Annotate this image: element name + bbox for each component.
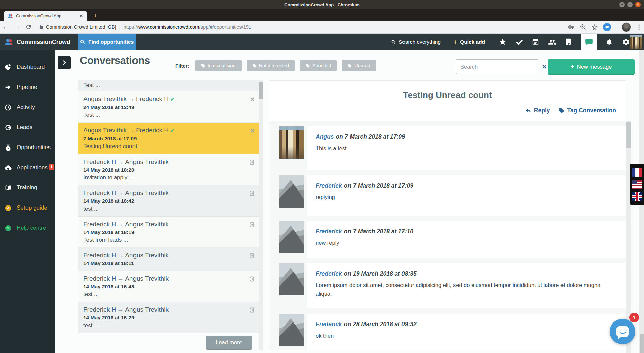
filter-unread[interactable]: Unread [342,60,376,71]
svg-text:$: $ [7,147,9,150]
sidebar-item-training[interactable]: Training [0,178,55,198]
message-body: new reply [316,239,617,247]
security-label[interactable]: Commission Crowd Limited [GB] [46,24,116,30]
thread-header: Testing Unread count Reply Tag Conversat… [269,81,626,121]
sidebar-item-setup-guide[interactable]: Setup guide [0,198,55,218]
chat-bubble-icon [585,38,593,46]
video-extension-icon[interactable] [603,23,611,31]
reply-button[interactable]: Reply [525,107,550,114]
message: Anguson 7 March 2018 at 17:09 This is a … [279,126,626,170]
sidebar-item-help-centre[interactable]: ? Help centre [0,218,55,238]
notifications-bell-icon[interactable] [605,38,613,46]
tag-icon [201,64,205,68]
leave-conversation-icon[interactable] [248,252,255,259]
leave-conversation-icon[interactable] [248,276,255,282]
window-close-button[interactable]: ✕ [635,2,641,7]
calendar-icon[interactable] [532,38,540,46]
list-item[interactable]: Frederick H→Angus Trevithik 14 May 2018 … [78,248,259,271]
sidebar-collapse-button[interactable] [58,56,71,69]
sidebar-item-applications[interactable]: Applications 1 [0,158,55,178]
load-more-button[interactable]: Load more [206,336,252,349]
forward-icon[interactable]: → [11,23,23,31]
filter-not-interested[interactable]: Not interested [247,60,295,71]
tag-conversation-button[interactable]: Tag Conversation [558,107,616,114]
list-item-selected[interactable]: Angus Trevithik→Frederick H✔ 7 March 201… [78,123,259,154]
list-item[interactable]: Frederick H→Angus Trevithik 14 May 2018 … [78,154,259,185]
conversation-list: Test ... Angus Trevithik→Frederick H✔ 24… [78,80,259,350]
window-minimize-button[interactable]: – [619,2,625,7]
user-avatar[interactable] [630,35,642,49]
sidebar-item-dashboard[interactable]: Dashboard [0,57,55,77]
new-message-button[interactable]: + New message [548,59,635,74]
tab-title: CommissionCrowd App [16,13,76,18]
flag-uk[interactable] [632,192,642,201]
language-switcher [630,164,644,205]
search-icon [391,40,396,45]
commissioncrowd-logo-icon [4,37,14,47]
sidebar-item-pipeline[interactable]: Pipeline [0,77,55,97]
message: Frederickon 7 March 2018 at 17:09 replyi… [279,175,626,216]
list-item[interactable]: Frederick H→Angus Trevithik 14 May 2018 … [78,302,259,333]
sidebar-item-activity[interactable]: Activity [0,97,55,117]
filter-bar: Filter: In discussion Not interested Sho… [175,59,376,72]
notes-document-icon[interactable] [565,38,573,46]
address-bar[interactable]: https://www.commissioncrowd.com/app/#/op… [123,24,251,30]
back-icon[interactable]: ← [0,23,11,31]
flag-usa[interactable] [632,180,642,189]
reload-icon[interactable] [23,24,34,30]
list-item[interactable]: Frederick H→Angus Trevithik 14 May 2018 … [78,217,259,248]
message-author[interactable]: Frederick [316,270,342,277]
message-author[interactable]: Angus [316,133,334,140]
list-item-partial[interactable]: Test ... [78,80,259,91]
intercom-chat-button[interactable] [610,319,635,344]
close-conversation-icon[interactable]: × [250,96,255,103]
list-item[interactable]: Angus Trevithik→Frederick H✔ 24 May 2018… [78,91,259,123]
find-opportunities-button[interactable]: Find opportunities [78,34,136,50]
list-scrollbar-thumb[interactable] [259,82,263,99]
search-input[interactable] [456,64,538,70]
window-maximize-button[interactable]: ▫ [627,2,633,7]
message-author[interactable]: Frederick [316,228,342,235]
favorites-star-icon[interactable] [499,38,507,46]
brand-logo[interactable]: CommissionCrowd [4,34,70,50]
key-icon[interactable] [568,24,575,31]
quick-add-button[interactable]: + Quick add [453,34,485,50]
zoom-icon[interactable] [580,24,586,31]
window-scrollbar-thumb[interactable] [640,334,644,353]
browser-tab[interactable]: CommissionCrowd App × [4,11,87,21]
leave-conversation-icon[interactable] [248,190,255,197]
bookmark-star-icon[interactable] [591,24,598,31]
flag-france[interactable] [632,168,642,177]
leave-conversation-icon[interactable] [248,221,255,228]
message-author[interactable]: Frederick [316,182,342,189]
close-conversation-icon[interactable]: × [250,127,255,134]
intercom-smile-icon [616,326,629,337]
settings-gear-icon[interactable] [622,38,630,46]
thread-scrollbar-thumb[interactable] [626,122,631,148]
lock-icon[interactable] [39,24,44,30]
search-everything-button[interactable]: Search everything [391,34,441,50]
browser-menu-icon[interactable]: ⋮ [636,23,641,31]
list-scrollbar[interactable] [259,80,263,350]
filter-in-discussion[interactable]: In discussion [195,60,241,71]
contacts-people-icon[interactable] [548,38,556,46]
favicon-people-icon [7,13,13,19]
sidebar-item-opportunities[interactable]: $ Opportunities [0,137,55,158]
tab-close-icon[interactable]: × [78,13,84,19]
list-item[interactable]: Frederick H→Angus Trevithik 14 May 2018 … [78,185,259,217]
filter-short-list[interactable]: Short list [300,60,337,71]
browser-profile-avatar[interactable] [622,22,631,32]
leave-conversation-icon[interactable] [248,307,255,313]
tasks-check-icon[interactable] [515,38,523,46]
message-author[interactable]: Frederick [316,321,342,328]
new-tab-button[interactable]: + [91,13,99,20]
leave-conversation-icon[interactable] [248,159,255,166]
pipeline-arrow-icon [5,84,12,91]
messages-tab-active[interactable] [581,34,597,50]
leads-icon [5,124,12,131]
list-item-preview: test ... [83,205,247,213]
list-item-preview: Invitation to apply ... [83,174,247,182]
sidebar-item-leads[interactable]: Leads [0,117,55,137]
list-item-date: 7 March 2018 at 17:09 [83,135,247,142]
list-item[interactable]: Frederick H→Angus Trevithik 14 May 2018 … [78,271,259,302]
